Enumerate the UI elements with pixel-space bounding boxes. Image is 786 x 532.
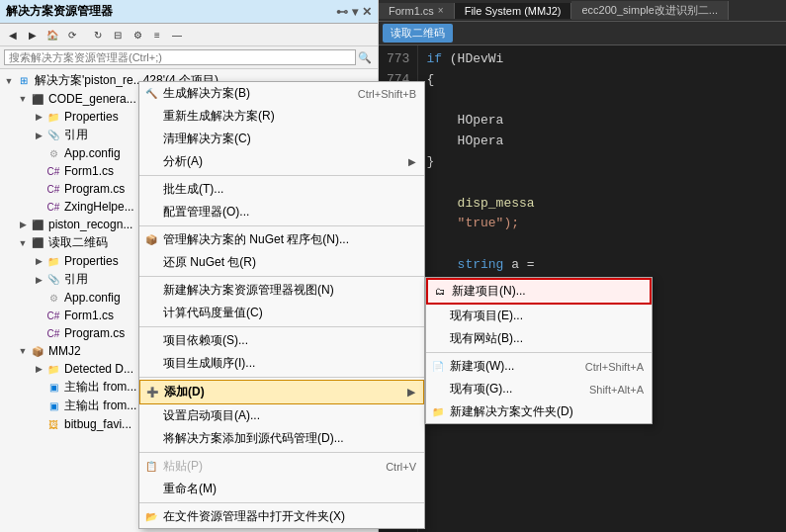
submenu-new-item[interactable]: 📄 新建项(W)... Ctrl+Shift+A xyxy=(426,355,652,378)
toolbar-collapse-btn[interactable]: ⊟ xyxy=(109,26,127,44)
panel-menu-icon[interactable]: ▾ xyxy=(352,5,358,19)
new-item-icon: 📄 xyxy=(430,359,446,375)
toolbar-forward-btn[interactable]: ▶ xyxy=(24,26,42,44)
submenu-new-folder[interactable]: 📁 新建解决方案文件夹(D) xyxy=(426,400,652,423)
folder-icon: 📁 xyxy=(45,361,61,377)
code-toolbar: 读取二维码 xyxy=(379,22,786,45)
menu-label: 粘贴(P) xyxy=(163,458,203,475)
tab-form1cs[interactable]: Form1.cs × xyxy=(379,3,455,19)
menu-label: 配置管理器(O)... xyxy=(163,204,249,221)
code-line: HOpera xyxy=(426,132,778,152)
submenu-arrow: ▶ xyxy=(408,156,416,167)
paste-icon: 📋 xyxy=(143,459,159,475)
menu-analyze[interactable]: 分析(A) ▶ xyxy=(139,150,424,173)
menu-separator5 xyxy=(139,377,424,378)
menu-open-folder[interactable]: 📂 在文件资源管理器中打开文件夹(X) xyxy=(139,505,424,528)
read-qr-button[interactable]: 读取二维码 xyxy=(383,24,453,43)
menu-label: 批生成(T)... xyxy=(163,181,223,198)
tree-label: piston_recogn... xyxy=(48,218,132,231)
folder-icon: 📁 xyxy=(45,253,61,269)
menu-rebuild[interactable]: 重新生成解决方案(R) xyxy=(139,105,424,128)
submenu-existing-project[interactable]: 现有项目(E)... xyxy=(426,305,652,327)
search-input[interactable] xyxy=(4,49,356,65)
menu-label: 设置启动项目(A)... xyxy=(163,407,260,424)
submenu-new-project[interactable]: 🗂 新建项目(N)... xyxy=(426,278,652,305)
tree-arrow: ▶ xyxy=(32,364,45,374)
menu-paste[interactable]: 📋 粘贴(P) Ctrl+V xyxy=(139,455,424,478)
menu-label: 项目依赖项(S)... xyxy=(163,332,248,349)
submenu-existing-item[interactable]: 现有项(G)... Shift+Alt+A xyxy=(426,378,652,400)
menu-build[interactable]: 🔨 生成解决方案(B) Ctrl+Shift+B xyxy=(139,82,424,105)
submenu-label: 现有项(G)... xyxy=(450,381,512,398)
submenu-separator xyxy=(426,352,652,353)
code-editor: Form1.cs × File System (MMJ2) ecc200_sim… xyxy=(379,0,786,532)
close-panel-icon[interactable]: ✕ xyxy=(362,5,372,19)
menu-shortcut2: Ctrl+V xyxy=(386,461,416,473)
tree-arrow: ▶ xyxy=(32,112,45,122)
tree-arrow: ▼ xyxy=(2,76,16,86)
tree-label: MMJ2 xyxy=(48,344,81,358)
panel-controls: ⊷ ▾ ✕ xyxy=(336,5,372,19)
submenu-existing-website[interactable]: 现有网站(B)... xyxy=(426,327,652,350)
editor-tabs: Form1.cs × File System (MMJ2) ecc200_sim… xyxy=(379,0,786,22)
tab-filesystem[interactable]: File System (MMJ2) xyxy=(455,3,572,19)
menu-new-view[interactable]: 新建解决方案资源管理器视图(N) xyxy=(139,279,424,302)
tree-label: CODE_genera... xyxy=(48,92,136,106)
code-line: } xyxy=(426,152,778,173)
image-icon: 🖼 xyxy=(45,416,61,432)
tab-ecc200[interactable]: ecc200_simple改进识别二... xyxy=(571,1,729,20)
menu-restore-nuget[interactable]: 还原 NuGet 包(R) xyxy=(139,251,424,274)
menu-shortcut: Ctrl+Shift+B xyxy=(358,88,416,100)
tree-arrow: ▼ xyxy=(16,94,30,104)
toolbar-refresh-btn[interactable]: ↻ xyxy=(89,26,107,44)
menu-separator7 xyxy=(139,502,424,503)
tab-label: File System (MMJ2) xyxy=(465,5,562,17)
code-line xyxy=(426,173,778,194)
solution-explorer: 解决方案资源管理器 ⊷ ▾ ✕ ◀ ▶ 🏠 ⟳ ↻ ⊟ ⚙ ≡ — 🔍 xyxy=(0,0,379,532)
code-line: HOpera xyxy=(426,111,778,132)
submenu-label: 新建项目(N)... xyxy=(452,283,526,300)
output-icon: ▣ xyxy=(45,380,61,396)
pin-icon[interactable]: ⊷ xyxy=(336,5,348,19)
tab-label: Form1.cs xyxy=(389,5,434,17)
menu-separator4 xyxy=(139,326,424,327)
ref-icon: 📎 xyxy=(45,128,61,143)
close-icon[interactable]: × xyxy=(438,5,444,16)
submenu-label: 新建解决方案文件夹(D) xyxy=(450,403,573,420)
tree-label: 主输出 from... xyxy=(64,398,136,414)
toolbar-settings-btn[interactable]: ⚙ xyxy=(129,26,146,44)
menu-label: 管理解决方案的 NuGet 程序包(N)... xyxy=(163,231,349,248)
code-line: if (HDevWi xyxy=(426,49,778,70)
menu-add[interactable]: ➕ 添加(D) ▶ xyxy=(139,380,424,404)
toolbar-sync-btn[interactable]: ⟳ xyxy=(63,26,81,44)
folder-icon: 📁 xyxy=(45,109,61,125)
menu-clean[interactable]: 清理解决方案(C) xyxy=(139,128,424,150)
toolbar-home-btn[interactable]: 🏠 xyxy=(44,26,61,44)
menu-batch-build[interactable]: 批生成(T)... xyxy=(139,178,424,201)
menu-rename[interactable]: 重命名(M) xyxy=(139,478,424,500)
toolbar-filter-btn[interactable]: ≡ xyxy=(148,26,166,44)
menu-set-startup[interactable]: 设置启动项目(A)... xyxy=(139,404,424,427)
tree-label: 读取二维码 xyxy=(48,234,108,251)
cs-icon: C# xyxy=(45,199,61,215)
code-line xyxy=(426,91,778,112)
project-icon: ⬛ xyxy=(30,91,45,107)
add-icon: ➕ xyxy=(144,385,160,400)
search-button[interactable]: 🔍 xyxy=(356,48,374,66)
menu-config-manager[interactable]: 配置管理器(O)... xyxy=(139,201,424,223)
tree-label: ZxingHelpe... xyxy=(64,200,134,214)
tree-arrow: ▶ xyxy=(32,275,45,285)
menu-calc-metrics[interactable]: 计算代码度量值(C) xyxy=(139,302,424,324)
cs-icon: C# xyxy=(45,181,61,197)
menu-build-order[interactable]: 项目生成顺序(I)... xyxy=(139,352,424,375)
menu-label: 重新生成解决方案(R) xyxy=(163,108,275,125)
menu-nuget[interactable]: 📦 管理解决方案的 NuGet 程序包(N)... xyxy=(139,228,424,251)
menu-add-to-source[interactable]: 将解决方案添加到源代码管理(D)... xyxy=(139,427,424,450)
toolbar-preview-btn[interactable]: — xyxy=(168,26,186,44)
toolbar-back-btn[interactable]: ◀ xyxy=(4,26,22,44)
tree-label: Properties xyxy=(64,110,119,124)
menu-label: 计算代码度量值(C) xyxy=(163,305,263,321)
tree-arrow: ▼ xyxy=(16,238,30,248)
tree-label: Program.cs xyxy=(64,326,125,340)
menu-project-deps[interactable]: 项目依赖项(S)... xyxy=(139,329,424,352)
